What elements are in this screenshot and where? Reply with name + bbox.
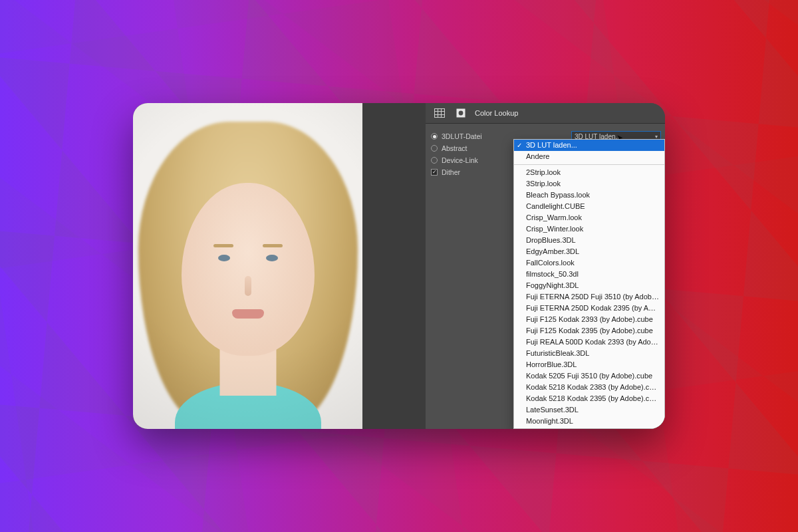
menu-item-preset[interactable]: FoggyNight.3DL <box>514 280 664 291</box>
menu-item-preset[interactable]: Crisp_Warm.look <box>514 212 664 223</box>
mask-icon[interactable] <box>454 107 468 119</box>
svg-rect-0 <box>435 109 445 118</box>
menu-item-load-lut[interactable]: 3D LUT laden... <box>514 140 664 151</box>
label-device-link: Device-Link <box>442 156 478 164</box>
lut-dropdown-menu[interactable]: 3D LUT laden... Andere 2Strip.look3Strip… <box>513 139 665 429</box>
properties-panel: Color Lookup 3DLUT-Datei 3D LUT laden...… <box>426 103 665 429</box>
portrait-vignette <box>133 103 362 429</box>
panel-title: Color Lookup <box>475 109 518 117</box>
menu-item-preset[interactable]: DropBlues.3DL <box>514 235 664 246</box>
menu-item-preset[interactable]: Kodak 5218 Kodak 2383 (by Adobe).cube <box>514 382 664 393</box>
menu-item-preset[interactable]: EdgyAmber.3DL <box>514 246 664 257</box>
menu-item-preset[interactable]: FuturisticBleak.3DL <box>514 348 664 359</box>
menu-item-preset[interactable]: Fuji F125 Kodak 2393 (by Adobe).cube <box>514 314 664 325</box>
label-3dlut-file: 3DLUT-Datei <box>442 132 482 140</box>
menu-item-preset[interactable]: Bleach Bypass.look <box>514 190 664 201</box>
svg-point-6 <box>459 111 464 116</box>
menu-separator <box>514 164 664 165</box>
radio-abstract[interactable] <box>431 145 438 152</box>
menu-item-preset[interactable]: Fuji F125 Kodak 2395 (by Adobe).cube <box>514 325 664 336</box>
menu-item-preset[interactable]: Fuji REALA 500D Kodak 2393 (by Adobe).cu… <box>514 336 664 348</box>
radio-3dlut-file[interactable] <box>431 133 438 140</box>
checkbox-dither[interactable] <box>431 169 438 176</box>
menu-item-preset[interactable]: 2Strip.look <box>514 167 664 178</box>
menu-item-preset[interactable]: Kodak 5218 Kodak 2395 (by Adobe).cube <box>514 393 664 404</box>
grid-icon[interactable] <box>432 107 447 119</box>
editor-gap <box>362 103 426 429</box>
menu-item-preset[interactable]: 3Strip.look <box>514 178 664 190</box>
panel-header: Color Lookup <box>426 103 665 124</box>
menu-item-other[interactable]: Andere <box>514 151 664 162</box>
menu-item-preset[interactable]: LateSunset.3DL <box>514 404 664 416</box>
label-dither: Dither <box>442 168 460 176</box>
screenshot-card: Color Lookup 3DLUT-Datei 3D LUT laden...… <box>133 103 665 429</box>
menu-item-preset[interactable]: Fuji ETERNA 250D Kodak 2395 (by Adobe).c… <box>514 303 664 314</box>
menu-item-preset[interactable]: Kodak 5205 Fuji 3510 (by Adobe).cube <box>514 370 664 382</box>
menu-item-preset[interactable]: Moonlight.3DL <box>514 416 664 427</box>
menu-item-preset[interactable]: HorrorBlue.3DL <box>514 359 664 370</box>
menu-item-preset[interactable]: filmstock_50.3dl <box>514 269 664 280</box>
menu-item-preset[interactable]: Fuji ETERNA 250D Fuji 3510 (by Adobe).cu… <box>514 291 664 303</box>
radio-device-link[interactable] <box>431 157 438 164</box>
menu-item-preset[interactable]: Crisp_Winter.look <box>514 223 664 235</box>
image-canvas[interactable] <box>133 103 362 429</box>
menu-item-preset[interactable]: FallColors.look <box>514 257 664 269</box>
menu-item-preset[interactable]: Candlelight.CUBE <box>514 201 664 212</box>
label-abstract: Abstract <box>442 144 467 152</box>
